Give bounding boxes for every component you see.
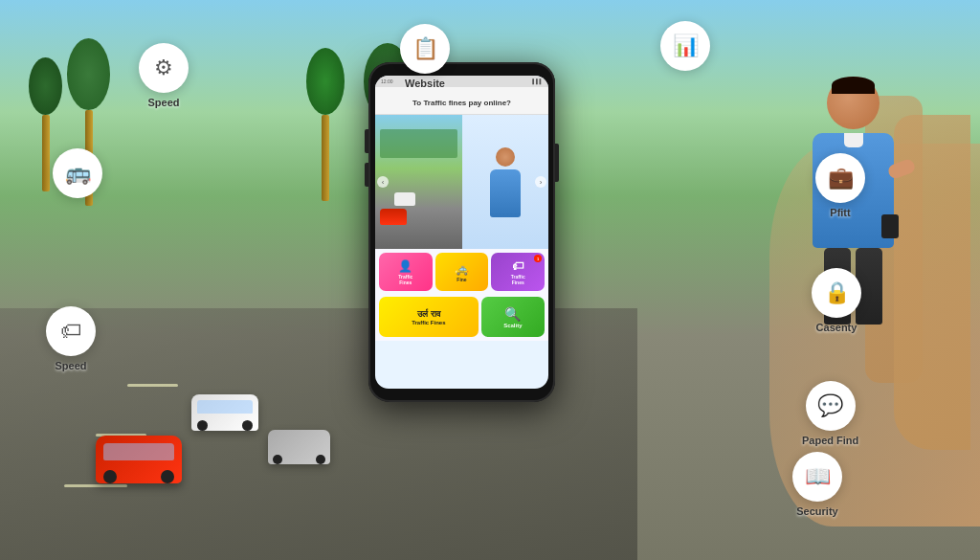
feature-bus: 🚌 bbox=[53, 148, 102, 202]
gear-icon: ⚙ bbox=[139, 43, 189, 93]
app-traffic-fines-2[interactable]: 1 🏷 Traffic Fines bbox=[491, 253, 545, 291]
car-white bbox=[191, 394, 258, 431]
feature-pfitt: 💼 Pfitt bbox=[815, 153, 865, 218]
app-traffic-fines-1[interactable]: 👤 Traffic Fines bbox=[379, 253, 433, 291]
tree-3 bbox=[306, 48, 345, 201]
phone-bottom-row: उर्ल राव Traffic Fines 🔍 Scality bbox=[375, 295, 548, 341]
clipboard-icon: 📋 bbox=[400, 24, 450, 74]
feature-speed-top: ⚙ Speed bbox=[139, 43, 189, 108]
feature-speed-bottom: 🏷 Speed bbox=[46, 306, 96, 371]
feature-security: 📖 Security bbox=[792, 452, 842, 517]
phone-device: 12:00▌▌▌ To Traffic fines pay online? ‹ bbox=[368, 62, 555, 402]
bus-icon: 🚌 bbox=[53, 148, 102, 198]
chart-icon: 📊 bbox=[660, 21, 710, 71]
chat-icon: 💬 bbox=[806, 381, 856, 431]
book-icon: 📖 bbox=[792, 452, 842, 502]
car-silver bbox=[268, 430, 330, 464]
phone-question: To Traffic fines pay online? bbox=[375, 87, 548, 115]
btn-scality[interactable]: 🔍 Scality bbox=[481, 297, 545, 337]
car-red bbox=[96, 436, 182, 483]
lock-icon: 🔒 bbox=[812, 268, 861, 318]
feature-casenty: 🔒 Casenty bbox=[812, 268, 861, 333]
briefcase-icon: 💼 bbox=[815, 153, 865, 203]
badge-icon: 🏷 bbox=[46, 306, 96, 356]
phone-road: ‹ bbox=[375, 115, 462, 249]
phone-apps-row: 👤 Traffic Fines 🚕 Fine 1 🏷 Traffic Fines bbox=[375, 249, 548, 295]
feature-paped-find: 💬 Paped Find bbox=[802, 381, 858, 446]
feature-website: 📋 Website bbox=[400, 24, 450, 89]
phone-content: ‹ › bbox=[375, 115, 548, 249]
phone-screen: 12:00▌▌▌ To Traffic fines pay online? ‹ bbox=[375, 76, 548, 389]
app-fine[interactable]: 🚕 Fine bbox=[435, 253, 489, 291]
feature-chart: 📊 bbox=[660, 21, 710, 75]
btn-traffic-fines[interactable]: उर्ल राव Traffic Fines bbox=[379, 297, 479, 337]
hand-area bbox=[501, 0, 980, 560]
phone-person: › bbox=[462, 115, 549, 249]
